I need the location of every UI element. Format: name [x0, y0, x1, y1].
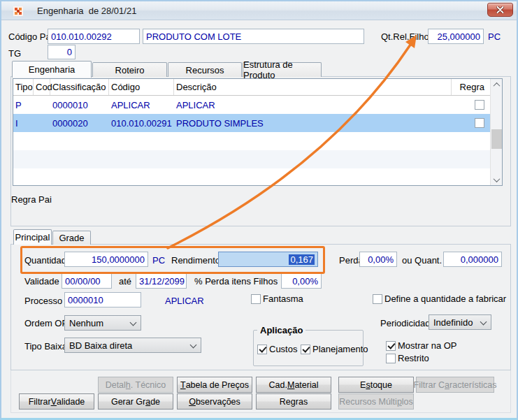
- tg-input[interactable]: 0: [48, 45, 75, 59]
- tab-principal[interactable]: Principal: [13, 229, 52, 245]
- table-row-selected[interactable]: I 0000020 010.010.00291 PRODUTO SIMPLES: [13, 114, 502, 132]
- chevron-down-icon: [130, 319, 137, 326]
- custos-checkbox[interactable]: [257, 345, 267, 354]
- fantasma-label: Fantasma: [263, 294, 303, 304]
- cell-tipo: I: [13, 114, 34, 132]
- scroll-down-icon[interactable]: [491, 174, 502, 185]
- define-quantidade-checkbox[interactable]: [373, 294, 382, 304]
- perda-itens-filhos-input[interactable]: 0,00%: [281, 273, 322, 289]
- tabela-de-precos-button[interactable]: Tabela de Preços: [177, 377, 252, 393]
- codigo-pai-input[interactable]: 010.010.00292: [48, 29, 140, 44]
- perda-itens-filhos-label: % Perda itens Filhos: [194, 276, 278, 287]
- qt-rel-filho-label: Qt.Rel.Filho: [381, 31, 429, 42]
- perda-input[interactable]: 0,00%: [359, 252, 397, 267]
- cell-cod: [34, 96, 50, 114]
- estoque-button[interactable]: Estoque: [338, 377, 414, 393]
- validade-ate-input[interactable]: 31/12/2099: [136, 273, 187, 289]
- tipo-baixa-select[interactable]: BD Baixa direta: [64, 338, 201, 353]
- col-descricao[interactable]: Descrição: [174, 79, 452, 95]
- col-codigo[interactable]: Código: [109, 79, 174, 95]
- custos-checkbox-row[interactable]: Custos: [257, 344, 297, 354]
- table-row[interactable]: P 0000010 APLICAR APLICAR: [13, 96, 502, 114]
- window-title: Engenharia de 28/01/21: [37, 6, 136, 16]
- descricao-pai-input[interactable]: PRODUTO COM LOTE: [143, 29, 364, 44]
- engenharia-window: Engenharia de 28/01/21 Código Pai 010.01…: [0, 0, 518, 420]
- scroll-up-icon[interactable]: [491, 79, 502, 90]
- qt-rel-filho-unit: PC: [488, 31, 501, 42]
- cell-classificacao: 0000020: [50, 114, 109, 132]
- ou-quant-label: ou Quant.: [402, 255, 442, 266]
- restrito-checkbox[interactable]: [386, 354, 396, 363]
- cell-cod: [34, 114, 50, 132]
- qt-rel-filho-input[interactable]: 25,000000: [428, 29, 484, 44]
- cad-material-button[interactable]: Cad. Material: [256, 377, 331, 393]
- bom-table: Tipo Cod Classificação Código Descrição …: [13, 78, 503, 186]
- scrollbar-thumb[interactable]: [491, 129, 502, 149]
- cell-codigo: APLICAR: [109, 96, 174, 114]
- ordem-op-value: Nenhum: [69, 318, 103, 328]
- tab-roteiro[interactable]: Roteiro: [92, 62, 167, 77]
- rendimento-input[interactable]: 0,167: [218, 252, 318, 267]
- tab-recursos[interactable]: Recursos: [168, 62, 242, 77]
- mostrar-na-op-label: Mostrar na OP: [398, 340, 457, 351]
- ordem-op-label: Ordem OP: [24, 318, 68, 328]
- rendimento-label: Rendimento: [171, 255, 220, 266]
- validade-input[interactable]: 00/00/00: [62, 273, 112, 289]
- periodicidade-select[interactable]: Indefinido: [429, 314, 491, 330]
- processo-desc: APLICAR: [165, 296, 204, 306]
- regra-checkbox[interactable]: [475, 118, 484, 128]
- ordem-op-select[interactable]: Nenhum: [64, 315, 141, 331]
- tipo-baixa-label: Tipo Baixa: [24, 341, 67, 352]
- quantidade-input[interactable]: 150,0000000: [64, 252, 148, 267]
- tab-estrutura-de-produto[interactable]: Estrutura de Produto: [243, 62, 322, 77]
- fantasma-checkbox-row[interactable]: Fantasma: [251, 294, 303, 304]
- mostrar-na-op-checkbox-row[interactable]: Mostrar na OP: [386, 340, 457, 351]
- regras-button[interactable]: Regras: [256, 393, 331, 410]
- col-cod[interactable]: Cod: [34, 79, 50, 95]
- col-tipo[interactable]: Tipo: [13, 79, 34, 95]
- periodicidade-value: Indefinido: [433, 317, 473, 328]
- processo-input[interactable]: 0000010: [64, 292, 141, 307]
- mostrar-na-op-checkbox[interactable]: [386, 341, 396, 351]
- title-bar: Engenharia de 28/01/21: [1, 1, 517, 20]
- gerar-grade-button[interactable]: Gerar Grade: [98, 393, 173, 410]
- table-empty-row: [13, 168, 502, 187]
- aplicacao-label: Aplicação: [257, 325, 305, 335]
- recursos-multiplos-button: Recursos Múltiplos: [338, 393, 414, 410]
- planejamento-checkbox-row[interactable]: Planejamento: [301, 344, 368, 354]
- tipo-baixa-value: BD Baixa direta: [69, 340, 132, 351]
- periodicidade-label: Periodicidade: [380, 318, 436, 328]
- codigo-pai-label: Código Pai: [8, 31, 53, 42]
- planejamento-checkbox[interactable]: [301, 345, 310, 354]
- rendimento-selected-text: 0,167: [289, 254, 315, 265]
- app-icon: [13, 6, 24, 17]
- regra-checkbox[interactable]: [475, 100, 484, 110]
- filtrar-validade-button[interactable]: Filtrar Validade: [19, 393, 94, 410]
- cell-codigo: 010.010.00291: [109, 114, 174, 132]
- filtrar-caracteristicas-button: Filtrar Características: [416, 377, 494, 393]
- cell-descricao: PRODUTO SIMPLES: [174, 114, 452, 132]
- validade-label: Validade: [24, 276, 59, 287]
- observacoes-button[interactable]: Observações: [177, 393, 252, 410]
- cell-regra: [452, 114, 490, 132]
- cell-classificacao: 0000010: [50, 96, 109, 114]
- col-regra[interactable]: Regra: [452, 79, 490, 95]
- col-classificacao[interactable]: Classificação: [50, 79, 109, 95]
- regra-pai-label: Regra Pai: [11, 194, 52, 205]
- cell-descricao: APLICAR: [174, 96, 452, 114]
- restrito-checkbox-row[interactable]: Restrito: [386, 353, 429, 363]
- planejamento-label: Planejamento: [312, 344, 368, 354]
- table-empty-row: [13, 132, 502, 150]
- table-header: Tipo Cod Classificação Código Descrição …: [13, 79, 502, 96]
- custos-label: Custos: [269, 344, 297, 354]
- cell-tipo: P: [13, 96, 34, 114]
- ou-quant-input[interactable]: 0,000000: [443, 252, 502, 267]
- cell-regra: [452, 96, 490, 114]
- tab-engenharia[interactable]: Engenharia: [12, 61, 92, 78]
- tab-grade[interactable]: Grade: [52, 231, 91, 245]
- fantasma-checkbox[interactable]: [251, 294, 261, 304]
- table-scrollbar[interactable]: [490, 79, 502, 185]
- detalh-tecnico-button: Detalh. Técnico: [98, 377, 173, 393]
- close-button[interactable]: [487, 3, 513, 17]
- define-quantidade-checkbox-row[interactable]: Define a quantidade a fabricar: [373, 294, 506, 304]
